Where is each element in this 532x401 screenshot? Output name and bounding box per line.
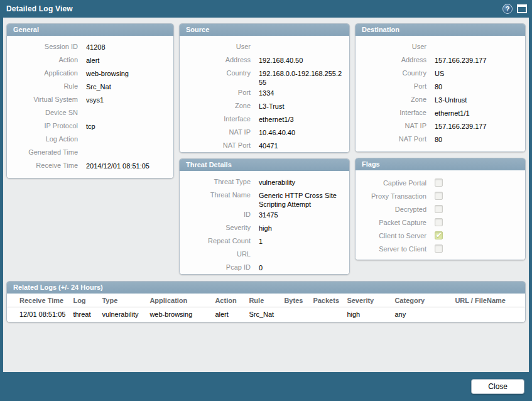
field-label: Receive Time <box>12 160 86 169</box>
field-value: L3-Untrust <box>435 94 519 104</box>
flag-label: Client to Server <box>361 230 435 239</box>
field-action: Actionalert <box>12 54 167 67</box>
field-severity: Severityhigh <box>185 222 343 235</box>
cell-url-filename <box>451 307 525 322</box>
panel-flags-title: Flags <box>356 158 525 170</box>
field-value: 192.168.0.0-192.168.255.255 <box>259 67 343 87</box>
cell-severity: high <box>343 307 391 322</box>
col-application: Application <box>146 294 211 307</box>
field-address: Address192.168.40.50 <box>185 54 343 67</box>
help-icon[interactable]: ? <box>502 4 513 14</box>
field-user: User <box>185 41 343 54</box>
field-label: Repeat Count <box>185 235 259 244</box>
field-label: Log Action <box>12 133 86 143</box>
panel-related-logs-title: Related Logs (+/- 24 Hours) <box>7 282 525 294</box>
col-action: Action <box>211 294 245 307</box>
field-value: ethernet1/3 <box>259 113 343 124</box>
decrypted-checkbox <box>435 205 443 213</box>
detailed-log-view-dialog: Detailed Log View ? General Session ID41… <box>0 0 532 401</box>
close-button[interactable]: Close <box>471 379 524 394</box>
field-value: alert <box>86 54 167 65</box>
flag-packet-capture: Packet Capture <box>361 215 519 228</box>
field-value: 1334 <box>259 87 343 97</box>
field-label: User <box>361 41 435 50</box>
packet-capture-checkbox <box>435 218 443 226</box>
field-label: Severity <box>185 222 259 231</box>
col-category: Category <box>391 294 451 307</box>
col-receive-time: Receive Time <box>7 294 69 307</box>
panel-destination-body: User Address157.166.239.177 CountryUS Po… <box>356 36 525 151</box>
cell-application: web-browsing <box>146 307 211 322</box>
field-value: 192.168.40.50 <box>259 54 343 65</box>
table-row[interactable]: 12/01 08:51:05 threat vulnerability web-… <box>7 307 525 322</box>
field-zone: ZoneL3-Untrust <box>361 94 519 107</box>
field-value <box>86 107 167 109</box>
field-value <box>259 41 343 43</box>
field-threat-id: ID31475 <box>185 209 343 222</box>
field-nat-ip: NAT IP157.166.239.177 <box>361 120 519 133</box>
field-country: CountryUS <box>361 67 519 80</box>
field-repeat-count: Repeat Count1 <box>185 235 343 248</box>
field-value: 40471 <box>259 140 343 150</box>
cell-category: any <box>391 307 451 322</box>
proxy-transaction-checkbox <box>435 192 443 200</box>
field-label: ID <box>185 209 259 218</box>
field-value: 0 <box>259 261 343 272</box>
field-value <box>86 146 167 148</box>
field-ip-protocol: IP Protocoltcp <box>12 120 167 133</box>
field-log-action: Log Action <box>12 133 167 146</box>
field-value: 2014/12/01 08:51:05 <box>86 160 167 170</box>
maximize-icon[interactable] <box>517 4 527 13</box>
panel-destination-title: Destination <box>356 24 525 36</box>
field-pcap-id: Pcap ID0 <box>185 261 343 275</box>
field-value: L3-Trust <box>259 100 343 111</box>
field-address: Address157.166.239.177 <box>361 54 519 67</box>
cell-type: vulnerability <box>98 307 146 322</box>
field-value <box>86 133 167 135</box>
field-nat-ip: NAT IP10.46.40.40 <box>185 126 343 140</box>
panel-columns: General Session ID41208 Actionalert Appl… <box>6 23 526 275</box>
field-url: URL <box>185 248 343 261</box>
field-value: 80 <box>435 80 519 91</box>
field-value: vulnerability <box>259 176 343 187</box>
field-session-id: Session ID41208 <box>12 41 167 54</box>
field-nat-port: NAT Port80 <box>361 133 519 146</box>
field-value: US <box>435 67 519 78</box>
field-value: Generic HTTP Cross Site Scripting Attemp… <box>259 189 343 209</box>
server-to-client-checkbox <box>435 244 443 253</box>
dialog-content: General Session ID41208 Actionalert Appl… <box>3 18 529 372</box>
field-label: Port <box>185 87 259 96</box>
titlebar-icons: ? <box>502 4 527 14</box>
field-label: Address <box>185 54 259 63</box>
flag-label: Proxy Transaction <box>361 190 435 200</box>
field-value: 157.166.239.177 <box>435 120 519 131</box>
field-value: 41208 <box>86 41 167 52</box>
field-interface: Interfaceethernet1/3 <box>185 113 343 126</box>
field-label: IP Protocol <box>12 120 86 129</box>
field-value: ethernet1/1 <box>435 107 519 118</box>
panel-flags: Flags Captive Portal Proxy Transaction D… <box>355 158 526 260</box>
col-bytes: Bytes <box>280 294 309 307</box>
field-receive-time: Receive Time2014/12/01 08:51:05 <box>12 160 167 173</box>
related-logs-table: Receive Time Log Type Application Action… <box>7 294 525 322</box>
field-label: Threat Name <box>185 189 259 199</box>
panel-threat-details-title: Threat Details <box>180 159 349 171</box>
field-label: Zone <box>361 94 435 103</box>
field-label: Country <box>361 67 435 77</box>
col-rule: Rule <box>245 294 280 307</box>
panel-source: Source User Address192.168.40.50 Country… <box>179 23 350 153</box>
field-label: Generated Time <box>12 146 86 156</box>
field-value: tcp <box>86 120 167 131</box>
panel-related-logs: Related Logs (+/- 24 Hours) Receive Time… <box>6 281 526 322</box>
column-middle: Source User Address192.168.40.50 Country… <box>179 23 350 275</box>
flag-label: Packet Capture <box>361 217 435 226</box>
field-virtual-system: Virtual Systemvsys1 <box>12 94 167 107</box>
field-rule: RuleSrc_Nat <box>12 80 167 94</box>
field-value: 80 <box>435 133 519 144</box>
field-value: 10.46.40.40 <box>259 126 343 137</box>
column-right: Destination User Address157.166.239.177 … <box>355 23 526 275</box>
field-user: User <box>361 41 519 54</box>
field-label: Pcap ID <box>185 261 259 271</box>
dialog-footer: Close <box>0 372 532 401</box>
field-value: Src_Nat <box>86 80 167 91</box>
